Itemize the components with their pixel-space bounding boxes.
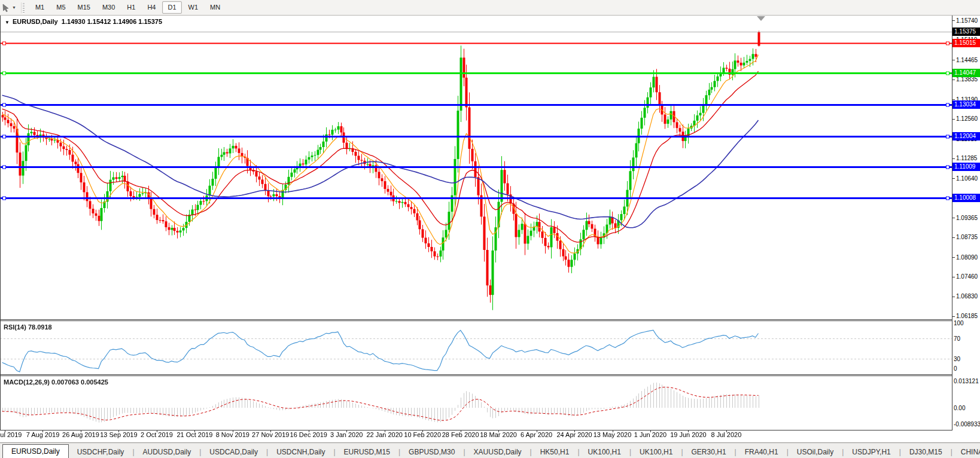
chart-tab-usdcnh-daily[interactable]: USDCNH,Daily	[268, 446, 333, 458]
date-label: 8 Jul 2020	[711, 431, 742, 438]
timeframe-button-h1[interactable]: H1	[121, 1, 141, 14]
price-badge-1-15375: 1.15375	[952, 28, 980, 36]
chart-tab-usdchf-daily[interactable]: USDCHF,Daily	[69, 446, 133, 458]
timeframe-button-group: M1M5M15M30H1H4D1W1MN	[29, 1, 226, 14]
date-label: 18 Mar 2020	[480, 431, 517, 438]
price-badge-1-15015: 1.15015	[952, 39, 980, 47]
macd-axis-label: -0.008933	[954, 421, 980, 428]
timeframe-button-mn[interactable]: MN	[205, 1, 226, 14]
price-tick-mark	[952, 277, 955, 277]
chart-tab-china300-h4[interactable]: CHINA300,H4	[952, 446, 980, 458]
date-label: 22 Jan 2020	[366, 431, 403, 438]
price-tick-label: 1.06830	[952, 293, 978, 300]
price-tick-mark	[952, 237, 955, 238]
timeframe-button-m5[interactable]: M5	[51, 1, 71, 14]
price-tick-label: 1.08090	[952, 254, 978, 261]
price-tick-label: 1.07460	[952, 273, 978, 280]
chart-tab-ger30-h1[interactable]: GER30,H1	[683, 446, 735, 458]
price-tick-label: 1.15740	[952, 17, 978, 24]
chart-tab-usdjpy-h1[interactable]: USDJPY,H1	[844, 446, 899, 458]
date-label: 3 Jan 2020	[330, 431, 363, 438]
macd-indicator-label: MACD(12,26,9) 0.007063 0.005425	[4, 378, 108, 386]
date-label: 7 Aug 2019	[26, 431, 60, 438]
date-label: 2 Oct 2019	[141, 431, 173, 438]
chart-shift-marker-icon[interactable]	[757, 16, 765, 21]
date-label: 1 Jun 2020	[634, 431, 666, 438]
timeframe-button-m30[interactable]: M30	[97, 1, 120, 14]
date-label: 8 Nov 2019	[216, 431, 249, 438]
price-tick-mark	[952, 316, 955, 317]
chart-tab-usoil-daily[interactable]: USOil,Daily	[789, 446, 842, 458]
date-label: 6 Apr 2020	[521, 431, 552, 438]
price-badge-1-14047: 1.14047	[952, 69, 980, 77]
chart-tab-eurusd-m15[interactable]: EURUSD,M15	[336, 446, 398, 458]
chart-ohlc-values: 1.14930 1.15412 1.14906 1.15375	[62, 18, 162, 25]
rsi-axis-label: 30	[954, 356, 960, 362]
chart-tab-uk100-h1[interactable]: UK100,H1	[631, 446, 681, 458]
date-label: 21 Oct 2019	[176, 431, 212, 438]
date-label: 24 Apr 2020	[556, 431, 592, 438]
price-badge-1-13034: 1.13034	[952, 100, 980, 109]
cursor-tool-icon[interactable]	[1, 2, 11, 13]
toolbar: ▼ M1M5M15M30H1H4D1W1MN	[0, 0, 980, 16]
chart-tab-dj30-m15[interactable]: DJ30,M15	[901, 446, 951, 458]
timeframe-button-m15[interactable]: M15	[72, 1, 96, 14]
price-tick-label: 1.12560	[952, 115, 978, 122]
chart-tab-uk100-h1[interactable]: UK100,H1	[580, 446, 629, 458]
chart-tab-usdcad-daily[interactable]: USDCAD,Daily	[201, 446, 266, 458]
price-badge-1-11009: 1.11009	[952, 163, 980, 171]
timeframe-button-w1[interactable]: W1	[183, 1, 204, 14]
price-tick-mark	[952, 178, 955, 179]
timeframe-button-d1[interactable]: D1	[162, 1, 181, 14]
price-tick-value: 1.08735	[956, 234, 978, 240]
chart-tab-audusd-daily[interactable]: AUDUSD,Daily	[135, 446, 200, 458]
price-tick-value: 1.08090	[956, 254, 978, 261]
price-tick-label: 1.10640	[952, 175, 978, 182]
price-tick-label: 1.11285	[952, 155, 977, 161]
price-tick-value: 1.06830	[956, 293, 978, 300]
price-chart-canvas[interactable]	[0, 16, 952, 434]
rsi-axis-label: 100	[954, 320, 964, 326]
cursor-tool-dropdown-icon[interactable]: ▼	[12, 5, 16, 10]
price-tick-value: 1.06185	[956, 313, 978, 319]
price-tick-mark	[952, 20, 955, 21]
price-tick-label: 1.06185	[952, 313, 978, 319]
toolbar-grip-handle[interactable]	[21, 2, 26, 13]
price-tick-value: 1.09365	[956, 215, 978, 221]
price-badge-1-12004: 1.12004	[952, 132, 980, 141]
date-label: 19 Jul 2019	[0, 431, 22, 438]
chart-menu-icon[interactable]: ▼	[5, 20, 10, 25]
chart-tab-gbpusd-m30[interactable]: GBPUSD,M30	[400, 446, 463, 458]
chart-tab-fra40-h1[interactable]: FRA40,H1	[736, 446, 787, 458]
price-tick-mark	[952, 158, 955, 159]
price-tick-label: 1.14465	[952, 57, 978, 63]
price-tick-value: 1.10640	[956, 175, 978, 182]
macd-axis-label: 0.00	[954, 405, 965, 411]
date-label: 26 Aug 2019	[62, 431, 99, 438]
date-label: 28 Feb 2020	[442, 431, 479, 438]
chart-tab-eurusd-daily[interactable]: EURUSD,Daily	[2, 444, 69, 458]
chart-window: ▼EURUSD,Daily 1.14930 1.15412 1.14906 1.…	[0, 16, 980, 439]
price-tick-mark	[952, 80, 955, 80]
price-tick-value: 1.15740	[956, 17, 978, 24]
rsi-axis-label: 0	[954, 365, 957, 372]
price-badge-1-10008: 1.10008	[952, 194, 980, 202]
price-axis: 1.157401.151101.144651.138351.131901.125…	[952, 16, 980, 439]
rsi-axis-label: 70	[954, 335, 960, 342]
price-tick-mark	[952, 60, 955, 60]
chart-tab-xauusd-daily[interactable]: XAUUSD,Daily	[465, 446, 530, 458]
timeframe-button-m1[interactable]: M1	[30, 1, 50, 14]
price-tick-mark	[952, 218, 955, 218]
timeframe-button-h4[interactable]: H4	[142, 1, 161, 14]
macd-axis-label: 0.013121	[954, 378, 979, 384]
date-axis: 19 Jul 20197 Aug 201926 Aug 201913 Sep 2…	[0, 431, 952, 439]
date-label: 13 Sep 2019	[100, 431, 137, 438]
chart-title: ▼EURUSD,Daily 1.14930 1.15412 1.14906 1.…	[5, 18, 162, 25]
chart-symbol-label: EURUSD,Daily	[13, 18, 58, 25]
chart-tab-bar: EURUSD,DailyUSDCHF,Daily|AUDUSD,Daily|US…	[0, 442, 980, 458]
price-tick-value: 1.14465	[956, 57, 978, 63]
price-tick-mark	[952, 257, 955, 258]
price-tick-label: 1.09365	[952, 215, 978, 221]
price-tick-value: 1.12560	[956, 115, 978, 122]
chart-tab-hk50-h1[interactable]: HK50,H1	[532, 446, 578, 458]
